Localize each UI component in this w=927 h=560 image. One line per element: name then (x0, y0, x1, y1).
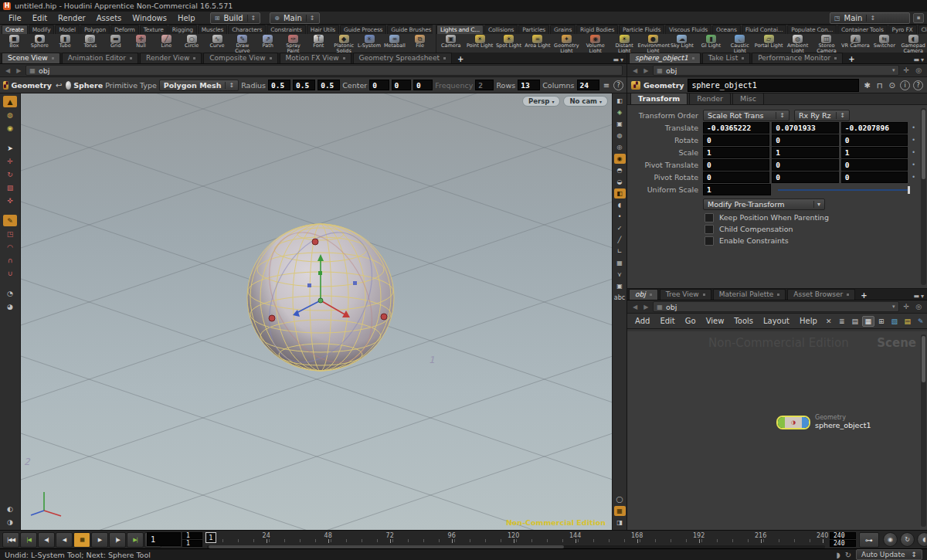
translate-field-1[interactable]: 0.0701933 (772, 122, 838, 134)
scrollbar-thumb[interactable] (922, 110, 925, 179)
rotate-icon[interactable]: ↻ (3, 168, 17, 180)
pane-menu-icon[interactable]: ▬▾ (613, 56, 626, 63)
ladder-icon[interactable]: • (910, 137, 917, 144)
message-icon[interactable]: ◗ (836, 551, 840, 559)
net-menu-tools[interactable]: Tools (729, 317, 758, 325)
rotate-order-dropdown[interactable]: Rx Ry Rz ↕ (794, 110, 850, 121)
shelf-tool-null[interactable]: ✛Null (128, 35, 154, 49)
shelf-tab-rigid-bodies[interactable]: Rigid Bodies (576, 25, 618, 34)
shelf-tool-portal-light[interactable]: ▱Portal Light (754, 35, 783, 49)
shelf-tool-box[interactable]: ◼Box (2, 35, 27, 49)
pivot-translate-field-1[interactable]: 0 (772, 159, 838, 171)
tree-icon[interactable]: ≣ (836, 316, 848, 327)
radius-z-field[interactable]: 0.5 (317, 80, 340, 90)
node-capsule[interactable]: ◑ (776, 416, 810, 429)
pivot-rotate-field-0[interactable]: 0 (703, 171, 769, 183)
tab-geometry-spreadsheet[interactable]: Geometry Spreadsheet (353, 53, 452, 63)
grid-snap-icon[interactable]: ▦ (614, 258, 626, 268)
network-scrollbar[interactable] (921, 334, 926, 527)
pin-icon[interactable]: ✛ (902, 66, 912, 74)
sphere-object1-node[interactable]: ◑ Geometry sphere_object1 (776, 415, 871, 429)
rotate-field-2[interactable]: 0 (841, 134, 908, 146)
shelf-tab-oceans[interactable]: Oceans (712, 25, 741, 34)
secure-selection-icon[interactable]: ▲ (3, 96, 17, 107)
shelf-tool-file[interactable]: ⧉File (407, 35, 433, 49)
tab-composite-view[interactable]: Composite View (203, 53, 277, 63)
shelf-tab-container-tools[interactable]: Container Tools (837, 25, 888, 34)
back-icon[interactable]: ◀ (631, 67, 639, 74)
shelf-tab-muscles[interactable]: Muscles (198, 25, 227, 34)
params-path-field[interactable]: ▦ obj ▾ (653, 65, 898, 76)
shelf-tab-guide-process[interactable]: Guide Process (340, 25, 386, 34)
jump-up-icon[interactable]: ↩ (54, 81, 63, 90)
shelf-tool-platonic-solids[interactable]: ◆Platonic Solids (331, 35, 357, 54)
checkbox-child-compensation[interactable] (705, 225, 714, 234)
snapshot-icon[interactable]: ◕ (3, 300, 17, 312)
shelf-tool-spot-light[interactable]: ☀Spot Light (494, 35, 523, 49)
shelf-tab-guide-brushes[interactable]: Guide Brushes (387, 25, 433, 34)
tab-tree-view[interactable]: Tree View (660, 289, 711, 300)
net-menu-help[interactable]: Help (795, 317, 822, 325)
range-end-field[interactable]: 240 (830, 532, 856, 539)
build-selector[interactable]: ⊞ Build ↕ (210, 12, 261, 24)
shelf-tool-gi-light[interactable]: ▮GI Light (697, 35, 725, 49)
show-selectable-icon[interactable]: ◍ (3, 109, 17, 120)
radius-x-field[interactable]: 0.5 (268, 80, 290, 90)
info-icon[interactable]: i (900, 80, 910, 90)
shelf-tab-viscous-fluids[interactable]: Viscous Fluids (665, 25, 711, 34)
display-options-icon[interactable]: ◐ (3, 503, 17, 514)
primitive-type-dropdown[interactable]: Polygon Mesh ↕ (159, 80, 239, 91)
tiles-icon[interactable]: ⊞ (875, 316, 888, 327)
shelf-tool-curve[interactable]: ∿Curve (205, 35, 230, 49)
tab-obj[interactable]: obj (629, 289, 658, 300)
tile-icon[interactable]: ▦ (614, 506, 626, 516)
shelf-tool-camera[interactable]: ▣Camera (436, 35, 465, 49)
scrollbar-thumb[interactable] (922, 336, 925, 382)
menu-windows[interactable]: Windows (127, 14, 172, 22)
group-list-icon[interactable]: ▣ (614, 281, 626, 291)
tools-icon[interactable]: ✕ (823, 316, 835, 327)
view-pivot-icon[interactable]: ◔ (3, 287, 17, 299)
normals-icon[interactable]: ⋎ (614, 270, 626, 280)
key-icon[interactable]: ⊶ (859, 532, 879, 548)
shelf-tool-area-light[interactable]: ≖Area Light (523, 35, 552, 49)
camera-icon[interactable]: ◑ (3, 516, 17, 528)
uniform-scale-field[interactable]: 1 (703, 184, 771, 195)
net-menu-edit[interactable]: Edit (655, 317, 679, 325)
net-menu-layout[interactable]: Layout (759, 317, 794, 325)
rotate-field-0[interactable]: 0 (703, 134, 769, 146)
prev-frame-button[interactable]: ◀| (38, 532, 55, 548)
stop-button[interactable]: ▦ (73, 532, 90, 548)
shelf-tool-grid[interactable]: ▬Grid (103, 35, 128, 49)
lock-icon[interactable]: ▣ (614, 119, 626, 129)
shelf-tool-ambient-light[interactable]: ◍Ambient Light (783, 35, 812, 54)
add-pane-tab-button[interactable]: + (453, 55, 467, 63)
checkbox-keep-position-when-parenting[interactable] (705, 213, 714, 222)
sticky-note-icon[interactable]: ▤ (902, 316, 914, 327)
current-frame-field[interactable]: 1 (147, 532, 181, 546)
point-display-icon[interactable]: • (614, 212, 626, 222)
edit-pencil-icon[interactable]: ✎ (915, 316, 927, 327)
scene-path-field[interactable]: ▦ obj (25, 65, 623, 76)
forward-icon[interactable]: ▶ (15, 67, 22, 74)
refresh-icon[interactable]: ↻ (845, 551, 851, 559)
shelf-tool-torus[interactable]: ◎Torus (77, 35, 103, 49)
light-half-icon[interactable]: ◓ (614, 165, 626, 175)
shelf-tab-lights-and-c[interactable]: Lights and C... (436, 25, 484, 34)
pivot-rotate-field-1[interactable]: 0 (772, 171, 838, 183)
magnet-open-icon[interactable]: ∩ (3, 254, 17, 266)
sort-icon[interactable]: ≡ (602, 81, 611, 90)
shelf-tool-switcher[interactable]: ⇆Switcher (870, 35, 898, 49)
persp-view-dropdown[interactable]: Persp ▾ (522, 96, 560, 107)
menu-file[interactable]: File (3, 14, 27, 22)
global-end-field[interactable]: 240 (830, 540, 856, 547)
menu-render[interactable]: Render (53, 14, 91, 22)
radius-y-field[interactable]: 0.5 (293, 80, 315, 90)
slider-handle[interactable] (908, 186, 910, 194)
param-tab-render[interactable]: Render (689, 93, 731, 104)
main-selector[interactable]: ⊕ Main ↕ (270, 12, 319, 24)
shelf-tool-point-light[interactable]: ☀Point Light (465, 35, 494, 49)
node-name-field[interactable]: sphere_object1 (688, 79, 860, 92)
shelf-tool-font[interactable]: TFont (306, 35, 331, 49)
next-keyframe-button[interactable]: ▶| (127, 532, 144, 548)
